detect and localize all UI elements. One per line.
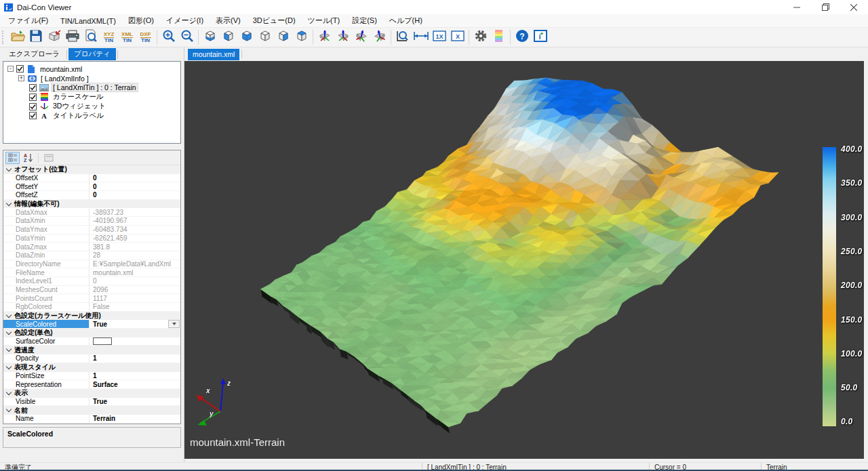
prop-row-MeshesCount[interactable]: MeshesCount2096 — [3, 286, 180, 295]
prop-name[interactable]: OffsetY — [3, 182, 89, 190]
prop-name[interactable]: IndexLevel1 — [3, 277, 89, 285]
prop-value-cell[interactable]: Terrain — [89, 415, 180, 423]
prop-row-OffsetY[interactable]: OffsetY0 — [3, 182, 180, 191]
view-back-button[interactable] — [256, 28, 274, 46]
maximize-button[interactable] — [811, 0, 840, 14]
prop-name[interactable]: OffsetX — [3, 174, 89, 182]
view-bottom-button[interactable] — [201, 28, 219, 46]
prop-name[interactable]: DirectoryName — [3, 260, 89, 268]
menu-tin-landxml[interactable]: TIN/LandXML(T) — [54, 14, 122, 27]
prop-value-cell[interactable]: 0 — [89, 191, 180, 199]
menu-settings[interactable]: 設定(S) — [346, 14, 383, 27]
prop-row-DataZmax[interactable]: DataZmax381.8 — [3, 243, 180, 251]
prop-value-cell[interactable]: -62621.459 — [89, 234, 180, 243]
tree-item-landxmlinfo[interactable]: +[ LandXmlInfo ] — [3, 74, 180, 83]
save-button[interactable] — [26, 28, 45, 46]
prop-row-Visible[interactable]: VisibleTrue — [3, 398, 180, 407]
zoom-window-button[interactable] — [393, 28, 412, 46]
prop-row-DataXmin[interactable]: DataXmin-40190.967 — [3, 217, 180, 226]
tab-explorer[interactable]: エクスプローラ — [3, 48, 65, 60]
menu-file[interactable]: ファイル(F) — [2, 14, 54, 27]
prop-value-cell[interactable]: 0 — [89, 182, 180, 190]
alphabetical-sort-button[interactable]: AZ — [21, 152, 35, 164]
prop-name[interactable]: DataYmax — [3, 226, 89, 234]
prop-name[interactable]: DataXmax — [3, 208, 89, 216]
prop-category[interactable]: 表現スタイル — [3, 363, 180, 372]
print-preview-button[interactable] — [81, 28, 100, 46]
help-button[interactable]: ? — [513, 28, 531, 46]
tab-properties[interactable]: プロパティ — [68, 48, 116, 60]
document-tab-mountain-xml[interactable]: mountain.xml — [188, 49, 239, 60]
prop-category[interactable]: 色設定(単色) — [3, 329, 180, 337]
prop-name[interactable]: Visible — [3, 398, 89, 406]
tree-expander[interactable]: + — [18, 75, 24, 81]
prop-row-FileName[interactable]: FileNamemountain.xml — [3, 268, 180, 277]
prop-row-DataYmax[interactable]: DataYmax-60483.734 — [3, 226, 180, 234]
prop-category[interactable]: 表示 — [3, 389, 180, 398]
prop-name[interactable]: FileName — [3, 268, 89, 277]
prop-row-OffsetX[interactable]: OffsetX0 — [3, 174, 180, 183]
menu-shape[interactable]: 図形(O) — [122, 14, 160, 27]
prop-value-cell[interactable]: 2096 — [89, 286, 180, 294]
tree-checkbox[interactable] — [29, 103, 37, 110]
prop-value-cell[interactable]: 28 — [89, 251, 180, 260]
prop-value-cell[interactable]: Surface — [89, 380, 180, 388]
prop-row-SurfaceColor[interactable]: SurfaceColor — [3, 337, 180, 346]
prop-value-cell[interactable]: 1 — [89, 354, 180, 363]
tree-checkbox[interactable] — [29, 112, 37, 119]
view-iso-1-button[interactable] — [315, 28, 334, 46]
prop-value-cell[interactable]: 1 — [89, 372, 180, 380]
dropdown-button[interactable] — [168, 320, 180, 328]
prop-row-Representation[interactable]: RepresentationSurface — [3, 380, 180, 389]
close-button[interactable] — [840, 0, 868, 14]
print-button[interactable] — [63, 28, 81, 46]
view-iso-2-button[interactable] — [334, 28, 352, 46]
zoom-out-button[interactable] — [178, 28, 196, 46]
zoom-in-button[interactable] — [159, 28, 178, 46]
xyz-to-tin-button[interactable]: XYZTIN — [100, 28, 118, 46]
categorized-view-button[interactable] — [5, 152, 20, 164]
prop-value-cell[interactable]: 381.8 — [89, 243, 180, 251]
view-left-button[interactable] — [219, 28, 237, 46]
about-button[interactable]: i — [531, 28, 549, 46]
prop-name[interactable]: OffsetZ — [3, 191, 89, 199]
zoom-extent-button[interactable]: X — [448, 28, 467, 46]
menu-tool[interactable]: ツール(T) — [302, 14, 347, 27]
prop-category[interactable]: 名前 — [3, 406, 180, 415]
view-right-button[interactable] — [274, 28, 292, 46]
tree-item-title-label[interactable]: Aタイトルラベル — [3, 111, 180, 121]
prop-value-cell[interactable]: 0 — [89, 174, 180, 182]
prop-name[interactable]: DataZmax — [3, 243, 89, 251]
prop-value-cell[interactable]: 0 — [89, 277, 180, 285]
prop-row-ScaleColored[interactable]: ScaleColoredTrue — [3, 320, 180, 329]
prop-row-PointsCount[interactable]: PointsCount1117 — [3, 294, 180, 303]
view-iso-4-button[interactable] — [370, 28, 389, 46]
prop-name[interactable]: PointsCount — [3, 294, 89, 302]
terrain-3d-view[interactable] — [184, 61, 864, 459]
view-front-button[interactable] — [237, 28, 256, 46]
prop-name[interactable]: DataXmin — [3, 217, 89, 225]
prop-value-cell[interactable]: False — [89, 303, 180, 311]
prop-name[interactable]: PointSize — [3, 372, 89, 380]
prop-row-DataXmax[interactable]: DataXmax-38937.23 — [3, 208, 180, 217]
prop-value-cell[interactable]: True — [89, 398, 180, 406]
menu-image[interactable]: イメージ(I) — [160, 14, 210, 27]
prop-value-cell[interactable]: -38937.23 — [89, 208, 180, 216]
tree-expander[interactable]: - — [7, 66, 14, 72]
prop-name[interactable]: Opacity — [3, 354, 89, 363]
prop-row-Name[interactable]: NameTerrain — [3, 415, 180, 424]
prop-row-OffsetZ[interactable]: OffsetZ0 — [3, 191, 180, 200]
prop-name[interactable]: MeshesCount — [3, 286, 89, 294]
prop-category[interactable]: 情報(編集不可) — [3, 200, 180, 209]
prop-value-cell[interactable]: 1117 — [89, 294, 180, 302]
open-button[interactable] — [8, 28, 26, 46]
zoom-actual-button[interactable]: 1X — [430, 28, 448, 46]
color-swatch[interactable] — [93, 337, 112, 345]
prop-value-cell[interactable]: True — [89, 320, 180, 328]
prop-row-DataZmin[interactable]: DataZmin28 — [3, 251, 180, 260]
prop-row-DataYmin[interactable]: DataYmin-62621.459 — [3, 234, 180, 243]
prop-category[interactable]: 色設定(カラースケール使用) — [3, 312, 180, 321]
menu-3d-view[interactable]: 3Dビュー(D) — [247, 14, 302, 27]
tree-item-color-scale[interactable]: カラースケール — [3, 92, 180, 102]
prop-name[interactable]: DataYmin — [3, 234, 89, 243]
